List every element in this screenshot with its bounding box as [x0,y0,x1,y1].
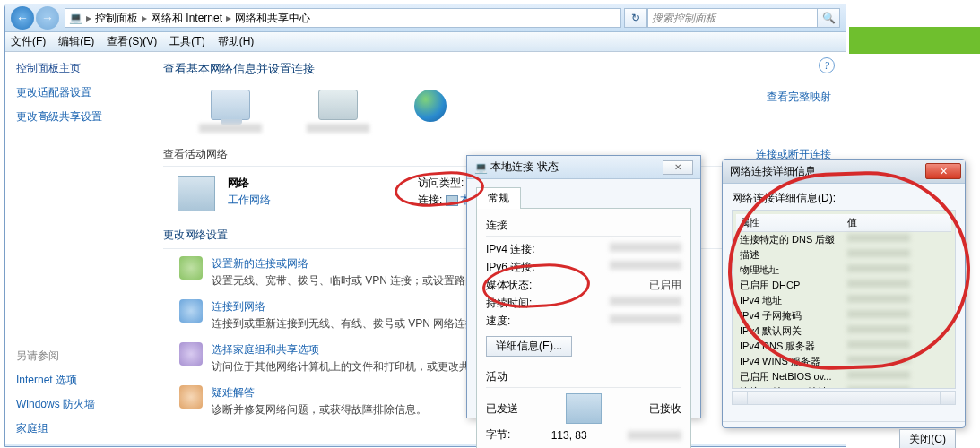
menu-bar: 文件(F) 编辑(E) 查看(S)(V) 工具(T) 帮助(H) [5,32,846,52]
detail-property: 已启用 NetBIOS ov... [740,370,847,383]
connect-disconnect-link[interactable]: 连接或断开连接 [756,148,831,160]
detail-row[interactable]: 连接特定的 DNS 后缀 [736,232,951,247]
status-dialog-close-icon[interactable]: ✕ [663,160,693,175]
connect-to-network-desc: 连接到或重新连接到无线、有线、拨号或 VPN 网络连接。 [212,316,487,332]
network-type-link[interactable]: 工作网络 [228,193,271,208]
detail-property: IPv4 默认网关 [740,324,847,338]
sent-label: 已发送 [486,401,518,417]
network-name: 网络 [228,176,271,191]
detail-row[interactable]: IPv4 WINS 服务器 [736,354,951,369]
speed-value [610,314,681,323]
menu-tools[interactable]: 工具(T) [169,34,204,49]
menu-file[interactable]: 文件(F) [11,34,46,49]
active-networks-h: 查看活动网络 [163,147,228,162]
sidebar-home[interactable]: 控制面板主页 [16,61,138,76]
sidebar-adapter-settings[interactable]: 更改适配器设置 [16,85,138,100]
bytes-label: 字节: [486,427,510,443]
connect-to-network[interactable]: 连接到网络 [212,300,265,313]
globe-icon [414,90,447,122]
crumb-sep: ▸ [86,12,91,24]
detail-property: 物理地址 [740,263,847,277]
menu-edit[interactable]: 编辑(E) [58,34,94,49]
detail-row[interactable]: 连接-本地 IPv6 地址 [736,384,951,389]
detail-row[interactable]: 物理地址 [736,263,951,278]
detail-row[interactable]: IPv4 子网掩码 [736,308,951,323]
sidebar: 控制面板主页 更改适配器设置 更改高级共享设置 另请参阅 Internet 选项… [5,52,149,444]
setup-new-connection[interactable]: 设置新的连接或网络 [212,257,308,270]
sidebar-homegroup[interactable]: 家庭组 [16,421,138,436]
detail-row[interactable]: IPv4 地址 [736,293,951,308]
details-col-value: 值 [847,216,857,229]
detail-value [847,233,948,246]
detail-property: IPv4 地址 [740,294,847,307]
status-dialog-icon: 💻 [474,161,488,174]
status-dialog-title: 本地连接 状态 [490,159,663,175]
search-input[interactable]: 搜索控制面板 [647,8,818,28]
explorer-window: ← → 💻 ▸ 控制面板 ▸ 网络和 Internet ▸ 网络和共享中心 ↻ … [4,4,846,447]
breadcrumb-icon: 💻 [69,12,82,24]
detail-row[interactable]: 已启用 DHCP [736,278,951,293]
search-button[interactable]: 🔍 [817,8,840,28]
sidebar-advanced-sharing[interactable]: 更改高级共享设置 [16,109,138,125]
crumb-sep: ▸ [226,12,231,24]
troubleshoot[interactable]: 疑难解答 [212,386,255,399]
tab-general[interactable]: 常规 [476,187,521,209]
details-dialog-title: 网络连接详细信息 [730,164,958,179]
connect-network-icon [179,299,203,323]
bytes-recv-value [628,431,681,440]
detail-value [847,248,948,262]
back-button[interactable]: ← [11,6,34,30]
details-button[interactable]: 详细信息(E)... [486,336,572,357]
forward-button[interactable]: → [36,6,59,30]
details-label: 网络连接详细信息(D): [732,191,956,206]
details-dialog-close-icon[interactable]: ✕ [925,163,961,179]
page-accent-banner [849,27,980,54]
node-label [199,124,262,133]
section-connection: 连接 [486,218,681,233]
refresh-button[interactable]: ↻ [624,8,647,28]
page-heading: 查看基本网络信息并设置连接 [163,61,831,77]
sidebar-internet-options[interactable]: Internet 选项 [16,373,138,388]
computer-icon [211,90,250,120]
detail-property: 描述 [740,248,847,262]
view-full-map[interactable]: 查看完整映射 [767,90,831,105]
details-list: 属性值 连接特定的 DNS 后缀描述物理地址已启用 DHCPIPv4 地址IPv… [732,210,956,389]
setup-connection-icon [179,256,203,280]
connection-status-dialog: 💻 本地连接 状态 ✕ 常规 连接 IPv4 连接: IPv6 连接: 媒体状态… [466,155,701,418]
detail-row[interactable]: IPv4 默认网关 [736,323,951,339]
detail-row[interactable]: IPv4 DNS 服务器 [736,339,951,354]
crumb-sep: ▸ [142,12,147,24]
crumb-1[interactable]: 控制面板 [95,11,138,26]
wired-icon [446,195,458,206]
details-close-button[interactable]: 关闭(C) [899,429,956,448]
detail-value [847,324,948,338]
received-label: 已接收 [649,401,681,417]
crumb-2[interactable]: 网络和 Internet [151,11,222,26]
choose-homegroup[interactable]: 选择家庭组和共享选项 [212,343,319,356]
network-map: 查看完整映射 [199,90,831,133]
detail-value [847,355,948,368]
detail-value [847,340,948,353]
detail-value [847,294,948,307]
detail-value [847,263,948,277]
detail-value [847,370,948,383]
detail-value [847,309,948,323]
troubleshoot-desc: 诊断并修复网络问题，或获得故障排除信息。 [212,402,427,418]
detail-property: IPv4 WINS 服务器 [740,355,847,368]
breadcrumb-bar[interactable]: 💻 ▸ 控制面板 ▸ 网络和 Internet ▸ 网络和共享中心 [65,8,621,28]
homegroup-icon [179,342,203,366]
sidebar-windows-firewall[interactable]: Windows 防火墙 [16,397,138,412]
horizontal-scrollbar[interactable] [732,391,956,405]
menu-help[interactable]: 帮助(H) [218,34,255,49]
menu-view[interactable]: 查看(S)(V) [107,34,157,49]
detail-row[interactable]: 描述 [736,247,951,263]
network-icon [178,176,215,211]
detail-property: 已启用 DHCP [740,279,847,292]
bytes-sent-value: 113, 83 [551,429,587,442]
ipv4-label: IPv4 连接: [486,242,576,257]
detail-row[interactable]: 已启用 NetBIOS ov... [736,369,951,384]
help-icon[interactable]: ? [819,57,835,73]
ipv6-value [610,261,681,270]
crumb-3[interactable]: 网络和共享中心 [235,11,310,26]
detail-property: 连接特定的 DNS 后缀 [740,233,847,246]
